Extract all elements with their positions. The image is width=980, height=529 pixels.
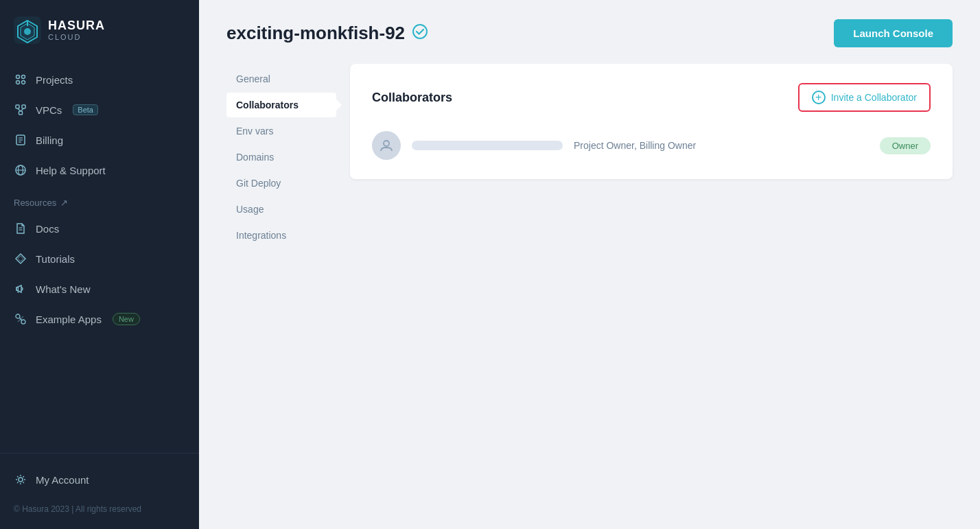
tutorials-label: Tutorials <box>36 253 75 265</box>
sidebar-item-vpcs[interactable]: VPCs Beta <box>0 95 199 125</box>
sidebar-item-billing[interactable]: Billing <box>0 125 199 155</box>
svg-rect-6 <box>16 105 19 108</box>
resources-arrow: ↗ <box>60 198 68 208</box>
collaborators-card: Collaborators + Invite a Collaborator <box>350 64 953 179</box>
project-title: exciting-monkfish-92 <box>226 23 428 44</box>
svg-point-4 <box>16 81 20 84</box>
svg-rect-7 <box>22 105 25 108</box>
content-area: Collaborators + Invite a Collaborator <box>336 64 953 502</box>
main-nav: Projects VPCs Beta <box>0 58 199 453</box>
logo-hasura: HASURA <box>48 19 105 33</box>
svg-point-22 <box>16 314 20 318</box>
svg-marker-18 <box>16 254 25 263</box>
whats-new-label: What's New <box>36 283 91 295</box>
sidebar-item-projects[interactable]: Projects <box>0 64 199 95</box>
svg-point-27 <box>413 25 427 38</box>
subnav-env-vars[interactable]: Env vars <box>226 119 336 143</box>
svg-line-25 <box>18 316 23 322</box>
svg-point-28 <box>384 141 389 146</box>
launch-console-button[interactable]: Launch Console <box>834 19 953 47</box>
sidebar-item-example-apps[interactable]: Example Apps New <box>0 304 199 334</box>
svg-point-5 <box>22 81 25 84</box>
main-content: exciting-monkfish-92 Launch Console Gene… <box>199 0 980 529</box>
collaborator-row: Project Owner, Billing Owner Owner <box>372 131 931 160</box>
resources-label: Resources ↗ <box>0 185 199 213</box>
subnav-general[interactable]: General <box>226 67 336 91</box>
wrench-icon <box>14 312 27 326</box>
example-apps-label: Example Apps <box>36 314 102 325</box>
subnav-usage[interactable]: Usage <box>226 197 336 222</box>
vpcs-label: VPCs <box>36 104 62 116</box>
sidebar-item-tutorials[interactable]: Tutorials <box>0 244 199 274</box>
logo-cloud: CLOUD <box>48 33 105 41</box>
sidebar-item-whats-new[interactable]: What's New <box>0 274 199 304</box>
svg-line-21 <box>18 290 19 293</box>
subnav-collaborators[interactable]: Collaborators <box>226 93 336 117</box>
projects-label: Projects <box>36 74 73 86</box>
invite-button-label: Invite a Collaborator <box>831 92 917 103</box>
sidebar-item-docs[interactable]: Docs <box>0 213 199 244</box>
logo: HASURA CLOUD <box>0 0 199 58</box>
document-icon <box>14 133 27 147</box>
card-header: Collaborators + Invite a Collaborator <box>372 83 931 112</box>
megaphone-icon <box>14 282 27 296</box>
collaborator-role: Project Owner, Billing Owner <box>574 140 869 151</box>
svg-rect-20 <box>16 287 19 290</box>
sidebar: HASURA CLOUD Projects <box>0 0 199 529</box>
svg-point-26 <box>19 478 23 482</box>
sidebar-item-help[interactable]: Help & Support <box>0 155 199 185</box>
plus-circle-icon: + <box>812 91 826 104</box>
subnav-git-deploy[interactable]: Git Deploy <box>226 171 336 196</box>
invite-collaborator-button[interactable]: + Invite a Collaborator <box>798 83 931 112</box>
new-badge: New <box>113 313 140 325</box>
subnav-integrations[interactable]: Integrations <box>226 223 336 248</box>
avatar <box>372 131 401 160</box>
billing-label: Billing <box>36 134 63 146</box>
network-icon <box>14 103 27 117</box>
collaborator-name-redacted <box>412 141 563 150</box>
svg-point-2 <box>16 75 20 79</box>
sidebar-item-my-account[interactable]: My Account <box>0 465 199 495</box>
footer: © Hasura 2023 | All rights reserved <box>0 495 199 518</box>
svg-point-1 <box>24 28 31 35</box>
doc-icon <box>14 222 27 235</box>
svg-marker-19 <box>18 256 23 261</box>
globe-icon <box>14 163 27 177</box>
project-name: exciting-monkfish-92 <box>226 23 405 44</box>
subnav-domains[interactable]: Domains <box>226 145 336 169</box>
svg-point-23 <box>21 320 25 324</box>
docs-label: Docs <box>36 223 59 235</box>
diamond-icon <box>14 252 27 266</box>
logo-text: HASURA CLOUD <box>48 19 105 41</box>
main-body: General Collaborators Env vars Domains G… <box>199 64 980 529</box>
svg-point-3 <box>22 75 25 79</box>
my-account-label: My Account <box>36 474 89 486</box>
sidebar-bottom: My Account © Hasura 2023 | All rights re… <box>0 453 199 529</box>
owner-badge: Owner <box>880 137 931 154</box>
verified-icon <box>412 23 428 44</box>
main-header: exciting-monkfish-92 Launch Console <box>199 0 980 64</box>
gear-icon <box>14 473 27 486</box>
grid-icon <box>14 73 27 86</box>
help-label: Help & Support <box>36 165 106 176</box>
card-title: Collaborators <box>372 91 452 105</box>
sub-nav: General Collaborators Env vars Domains G… <box>226 64 336 502</box>
beta-badge: Beta <box>73 104 98 115</box>
